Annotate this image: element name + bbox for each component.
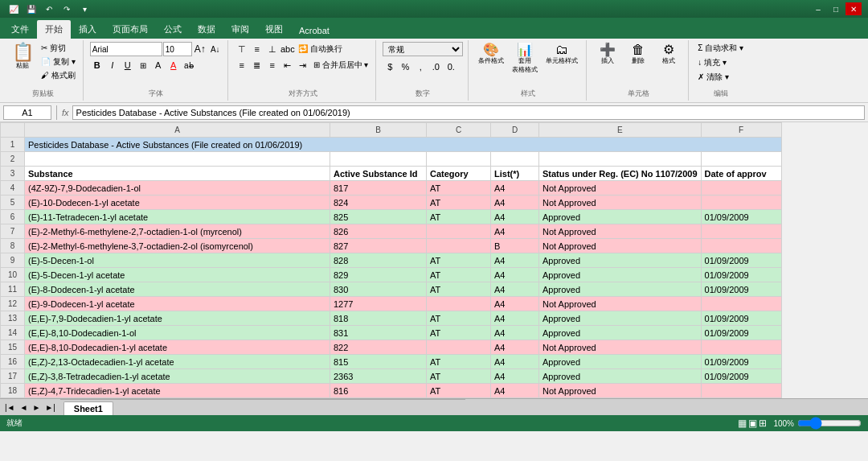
sheet-tab-sheet1[interactable]: Sheet1 [63, 401, 113, 415]
accounting-btn[interactable]: $ [383, 60, 397, 74]
pagebreak-view-btn[interactable]: ⊞ [759, 418, 767, 429]
cell-r7-c3[interactable]: A4 [491, 224, 539, 239]
cell-r7-c2[interactable] [427, 224, 491, 239]
cell-r15-c5[interactable] [701, 340, 781, 355]
prev-sheet-btn[interactable]: ◄ [18, 403, 30, 412]
increase-indent-btn[interactable]: ⇥ [296, 58, 310, 72]
cell-r11-c5[interactable]: 01/09/2009 [701, 282, 781, 297]
decrease-decimal-btn[interactable]: 0. [444, 60, 458, 74]
row-header-9[interactable]: 9 [1, 253, 25, 268]
col-header-b[interactable]: B [330, 123, 427, 138]
align-top-btn[interactable]: ⊤ [235, 42, 249, 56]
cell-r10-c2[interactable]: AT [427, 268, 491, 282]
tab-review[interactable]: 审阅 [223, 20, 257, 39]
cell-r5-c0[interactable]: (E)-10-Dodecen-1-yl acetate [25, 196, 330, 210]
col-header-e[interactable]: E [539, 123, 702, 138]
cell-r13-c5[interactable]: 01/09/2009 [701, 311, 781, 326]
percent-btn[interactable]: % [398, 60, 412, 74]
cell-r13-c4[interactable]: Approved [539, 311, 702, 326]
orientation-btn[interactable]: abc [280, 42, 295, 56]
cell-r15-c2[interactable] [427, 340, 491, 355]
cell-r9-c2[interactable]: AT [427, 253, 491, 268]
col-header-a[interactable]: A [25, 123, 330, 138]
row-header-16[interactable]: 16 [1, 355, 25, 369]
cell-r16-c3[interactable]: A4 [491, 355, 539, 369]
cell-r12-c5[interactable] [701, 297, 781, 311]
row-header-1[interactable]: 1 [1, 138, 25, 152]
table-style-btn[interactable]: 📊 套用表格格式 [509, 42, 541, 76]
tab-insert[interactable]: 插入 [71, 20, 104, 39]
cell-r14-c3[interactable]: A4 [491, 326, 539, 340]
cell-r9-c1[interactable]: 828 [330, 253, 427, 268]
cell-r14-c2[interactable]: AT [427, 326, 491, 340]
zoom-slider[interactable] [797, 418, 862, 428]
paste-btn[interactable]: 📋 粘贴 [8, 42, 37, 72]
cell-r17-c4[interactable]: Approved [539, 369, 702, 384]
cell-r2-c0[interactable] [25, 152, 330, 167]
italic-btn[interactable]: I [105, 58, 120, 72]
cell-r14-c5[interactable]: 01/09/2009 [701, 326, 781, 340]
cell-r6-c5[interactable]: 01/09/2009 [701, 210, 781, 224]
cell-r17-c0[interactable]: (E,Z)-3,8-Tetradecadien-1-yl acetate [25, 369, 330, 384]
align-middle-btn[interactable]: ≡ [250, 42, 264, 56]
cell-r11-c2[interactable]: AT [427, 282, 491, 297]
col-header-d[interactable]: D [491, 123, 539, 138]
cell-r14-c4[interactable]: Approved [539, 326, 702, 340]
cell-r18-c1[interactable]: 816 [330, 384, 427, 398]
autosum-btn[interactable]: Σ 自动求和 ▾ [695, 42, 746, 55]
row-header-4[interactable]: 4 [1, 181, 25, 196]
cell-r17-c2[interactable]: AT [427, 369, 491, 384]
row-header-6[interactable]: 6 [1, 210, 25, 224]
cell-r13-c1[interactable]: 818 [330, 311, 427, 326]
cell-r2-c1[interactable] [330, 152, 427, 167]
cell-r16-c0[interactable]: (E,Z)-2,13-Octadecadien-1-yl acetate [25, 355, 330, 369]
copy-btn[interactable]: 📄 复制 ▾ [39, 56, 78, 68]
comma-btn[interactable]: , [413, 60, 428, 74]
cell-r6-c4[interactable]: Approved [539, 210, 702, 224]
layout-view-btn[interactable]: ▣ [748, 418, 757, 429]
number-format-select[interactable]: 常规 [383, 42, 463, 56]
cell-r5-c2[interactable]: AT [427, 196, 491, 210]
strikethrough-btn[interactable]: ab̶ [182, 58, 196, 72]
conditional-format-btn[interactable]: 🎨 条件格式 [475, 42, 507, 67]
underline-btn[interactable]: U [121, 58, 135, 72]
cell-r3-c5[interactable]: Date of approv [701, 167, 781, 181]
cell-r10-c1[interactable]: 829 [330, 268, 427, 282]
cell-r8-c4[interactable]: Not Approved [539, 239, 702, 253]
cell-r11-c3[interactable]: A4 [491, 282, 539, 297]
cell-r4-c1[interactable]: 817 [330, 181, 427, 196]
format-painter-btn[interactable]: 🖌 格式刷 [39, 69, 78, 82]
fill-btn[interactable]: ↓ 填充 ▾ [695, 56, 729, 69]
cell-r6-c2[interactable]: AT [427, 210, 491, 224]
align-bottom-btn[interactable]: ⊥ [265, 42, 280, 56]
cell-r2-c2[interactable] [427, 152, 491, 167]
format-btn[interactable]: ⚙ 格式 [654, 42, 683, 67]
tab-acrobat[interactable]: Acrobat [291, 23, 338, 39]
cell-r8-c0[interactable]: (E)-2-Methyl-6-methylene-3,7-octadien-2-… [25, 239, 330, 253]
cell-r11-c4[interactable]: Approved [539, 282, 702, 297]
tab-formulas[interactable]: 公式 [156, 20, 190, 39]
cell-r18-c3[interactable]: A4 [491, 384, 539, 398]
row-header-7[interactable]: 7 [1, 224, 25, 239]
cell-r1-c0[interactable]: Pesticides Database - Active Substances … [25, 138, 782, 152]
cell-r7-c1[interactable]: 826 [330, 224, 427, 239]
cell-r2-c4[interactable] [539, 152, 702, 167]
cell-r10-c5[interactable]: 01/09/2009 [701, 268, 781, 282]
tab-page-layout[interactable]: 页面布局 [104, 20, 156, 39]
cell-r13-c3[interactable]: A4 [491, 311, 539, 326]
minimize-btn[interactable]: – [810, 2, 826, 15]
align-right-btn[interactable]: ≡ [265, 58, 280, 72]
quick-customize-btn[interactable]: ▾ [77, 2, 92, 16]
row-header-14[interactable]: 14 [1, 326, 25, 340]
cell-r3-c1[interactable]: Active Substance Id [330, 167, 427, 181]
align-center-btn[interactable]: ≣ [250, 58, 264, 72]
decrease-indent-btn[interactable]: ⇤ [280, 58, 295, 72]
delete-btn[interactable]: 🗑 删除 [624, 42, 653, 67]
cell-r18-c2[interactable]: AT [427, 384, 491, 398]
cell-r12-c4[interactable]: Not Approved [539, 297, 702, 311]
cell-r17-c5[interactable]: 01/09/2009 [701, 369, 781, 384]
cell-style-btn[interactable]: 🗂 单元格样式 [542, 42, 581, 67]
tab-data[interactable]: 数据 [190, 20, 223, 39]
cell-r6-c0[interactable]: (E)-11-Tetradecen-1-yl acetate [25, 210, 330, 224]
cell-ref-input[interactable] [3, 105, 51, 120]
